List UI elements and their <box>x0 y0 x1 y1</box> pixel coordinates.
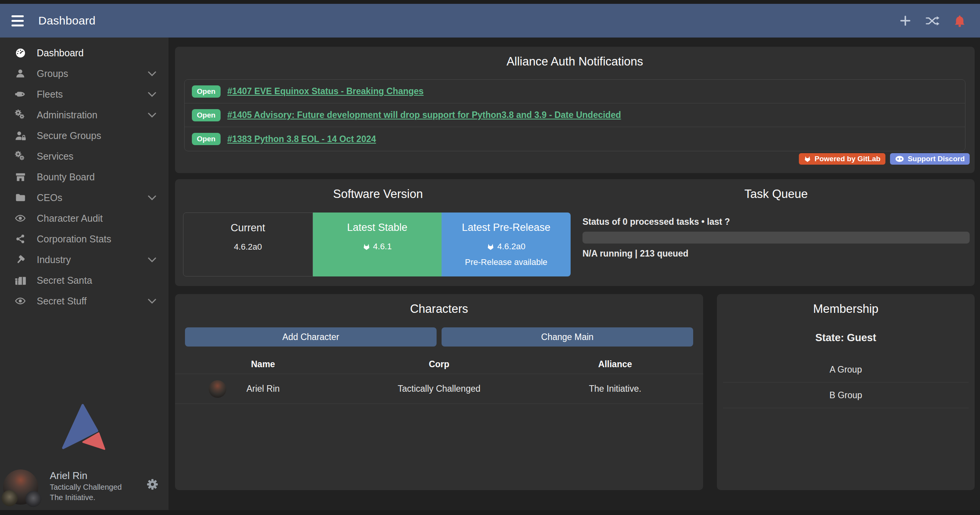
change-main-button[interactable]: Change Main <box>442 327 693 347</box>
characters-title: Characters <box>175 294 703 316</box>
membership-panel: Membership State: Guest A Group B Group <box>717 294 975 490</box>
user-alliance: The Initiative. <box>50 492 122 502</box>
alliance-logo <box>25 491 41 507</box>
sidebar-item-groups[interactable]: Groups <box>0 63 169 84</box>
notification-row: Open #1383 Python 3.8 EOL - 14 Oct 2024 <box>185 127 965 151</box>
gitlab-icon <box>487 243 494 250</box>
sidebar-item-secret-stuff[interactable]: Secret Stuff <box>0 291 169 311</box>
chevron-down-icon <box>148 257 156 262</box>
user-name: Ariel Rin <box>50 469 122 482</box>
gears-icon <box>12 150 28 162</box>
gitlab-icon <box>363 243 370 250</box>
membership-state: State: Guest <box>717 332 975 344</box>
sidebar: Dashboard Groups Fleets <box>0 38 169 510</box>
membership-group: B Group <box>723 383 969 408</box>
status-badge: Open <box>192 85 221 98</box>
powered-by-gitlab-badge[interactable]: Powered by GitLab <box>799 153 885 165</box>
menu-toggle-button[interactable] <box>11 15 24 26</box>
notifications-title: Alliance Auth Notifications <box>175 47 975 69</box>
sidebar-item-secret-santa[interactable]: Secret Santa <box>0 270 169 291</box>
folder-icon <box>12 193 28 202</box>
task-queue-title: Task Queue <box>582 179 970 201</box>
membership-group-list: A Group B Group <box>723 357 969 408</box>
character-alliance: The Initiative. <box>527 384 703 394</box>
version-cell-latest-prerelease: Latest Pre-Release 4.6.2a0 Pre-Release a… <box>442 213 571 276</box>
sidebar-item-character-audit[interactable]: Character Audit <box>0 208 169 229</box>
membership-group: A Group <box>723 357 969 383</box>
sidebar-item-fleets[interactable]: Fleets <box>0 84 169 105</box>
notification-row: Open #1407 EVE Equinox Status - Breaking… <box>185 80 965 103</box>
gifts-icon <box>12 276 28 285</box>
add-character-plus-icon[interactable] <box>900 15 911 26</box>
characters-panel: Characters Add Character Change Main Nam… <box>175 294 703 490</box>
user-corp: Tactically Challenged <box>50 482 122 492</box>
alliance-auth-logo <box>0 402 169 453</box>
top-navbar: Dashboard <box>0 4 980 38</box>
chevron-down-icon <box>148 92 156 97</box>
prerelease-note: Pre-Release available <box>442 257 571 267</box>
gears-icon <box>12 109 28 121</box>
software-version-task-queue-panel: Software Version Current 4.6.2a0 Latest … <box>175 179 975 286</box>
navbar-actions <box>900 15 965 27</box>
version-cell-latest-stable: Latest Stable 4.6.1 <box>313 213 442 276</box>
store-icon <box>12 172 28 182</box>
sidebar-item-corporation-stats[interactable]: Corporation Stats <box>0 229 169 249</box>
alliance-auth-notifications-panel: Alliance Auth Notifications Open #1407 E… <box>175 47 975 173</box>
sidebar-item-secure-groups[interactable]: Secure Groups <box>0 125 169 146</box>
characters-table: Name Corp Alliance Ariel Rin Tactically … <box>175 355 703 404</box>
task-queue-progress-bar <box>582 232 970 244</box>
corp-logo <box>2 490 18 506</box>
notification-link[interactable]: #1407 EVE Equinox Status - Breaking Chan… <box>227 86 424 96</box>
version-cell-current: Current 4.6.2a0 <box>183 213 313 276</box>
window-top-edge <box>0 0 980 4</box>
sidebar-item-bounty-board[interactable]: Bounty Board <box>0 167 169 187</box>
character-corp: Tactically Challenged <box>351 384 527 394</box>
sidebar-item-services[interactable]: Services <box>0 146 169 167</box>
user-icon <box>12 69 28 78</box>
user-avatar <box>3 469 38 505</box>
character-portrait <box>209 380 226 398</box>
notifications-bell-icon[interactable] <box>954 15 965 27</box>
chevron-down-icon <box>148 113 156 118</box>
character-table-row: Ariel Rin Tactically Challenged The Init… <box>175 374 703 404</box>
membership-title: Membership <box>717 294 975 316</box>
gauge-icon <box>12 48 28 58</box>
version-table: Current 4.6.2a0 Latest Stable 4.6.1 Late… <box>183 213 571 276</box>
task-queue-counts: N/A running | 213 queued <box>582 249 689 259</box>
hammer-icon <box>12 255 28 265</box>
task-queue-status: Status of 0 processed tasks • last ? <box>582 217 730 227</box>
chevron-down-icon <box>148 71 156 76</box>
task-queue-section: Task Queue Status of 0 processed tasks •… <box>582 179 970 286</box>
sidebar-item-industry[interactable]: Industry <box>0 249 169 270</box>
add-character-button[interactable]: Add Character <box>185 327 437 347</box>
window-bottom-edge <box>0 510 980 515</box>
chevron-down-icon <box>148 195 156 200</box>
eye-icon <box>12 296 28 306</box>
user-panel: Ariel Rin Tactically Challenged The Init… <box>0 469 169 507</box>
share-nodes-icon <box>12 234 28 244</box>
character-name: Ariel Rin <box>175 384 351 394</box>
chevron-down-icon <box>148 299 156 304</box>
sidebar-item-administration[interactable]: Administration <box>0 105 169 125</box>
notification-link[interactable]: #1383 Python 3.8 EOL - 14 Oct 2024 <box>227 134 376 144</box>
notification-link[interactable]: #1405 Advisory: Future development will … <box>227 110 621 120</box>
eye-icon <box>12 213 28 224</box>
shuttle-icon <box>12 90 28 98</box>
page-title: Dashboard <box>38 14 95 27</box>
status-badge: Open <box>192 133 221 145</box>
sidebar-item-dashboard[interactable]: Dashboard <box>0 43 169 63</box>
change-character-shuffle-icon[interactable] <box>926 16 939 26</box>
sidebar-item-ceos[interactable]: CEOs <box>0 187 169 208</box>
user-lock-icon <box>12 131 28 141</box>
notifications-list: Open #1407 EVE Equinox Status - Breaking… <box>184 79 965 151</box>
status-badge: Open <box>192 109 221 121</box>
characters-table-header: Name Corp Alliance <box>175 355 703 374</box>
user-settings-gear-icon[interactable] <box>146 478 159 492</box>
support-discord-badge[interactable]: Support Discord <box>890 153 970 165</box>
software-version-title: Software Version <box>175 179 581 201</box>
software-version-section: Software Version Current 4.6.2a0 Latest … <box>175 179 581 286</box>
notification-row: Open #1405 Advisory: Future development … <box>185 103 965 127</box>
